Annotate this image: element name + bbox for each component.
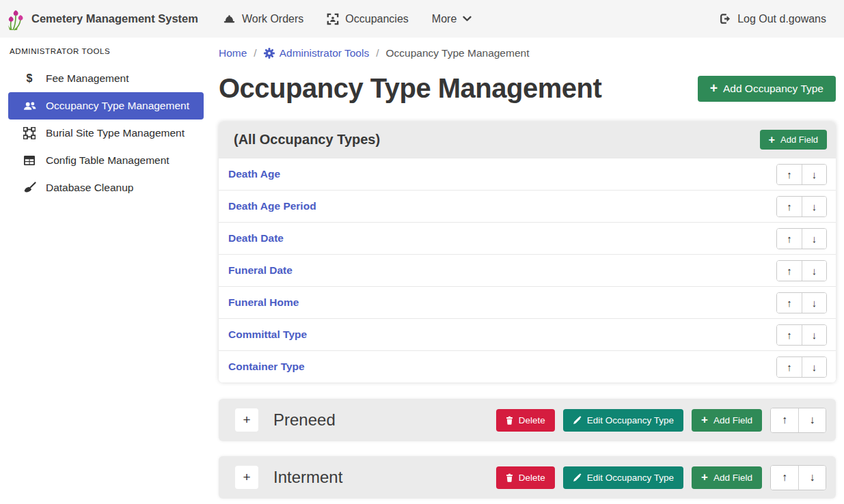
add-field-button[interactable]: + Add Field: [692, 466, 762, 489]
chevron-down-icon: [463, 16, 472, 22]
page-title: Occupancy Type Management: [219, 73, 601, 104]
reorder-button-group: ↑ ↓: [776, 324, 827, 346]
delete-label: Delete: [519, 415, 545, 425]
reorder-button-group: ↑ ↓: [776, 228, 827, 249]
field-row: Death Age ↑ ↓: [219, 158, 836, 190]
sidebar-item-occupancy-type-management[interactable]: Occupancy Type Management: [8, 92, 204, 120]
breadcrumb-current: Occupancy Type Management: [386, 47, 530, 59]
plus-icon: +: [701, 415, 708, 425]
sidebar-item-config-table-management[interactable]: Config Table Management: [8, 147, 204, 174]
top-navbar: Cemetery Management System Work Orders: [0, 0, 844, 38]
nav-more-label: More: [432, 13, 457, 25]
section-title: Preneed: [273, 410, 336, 430]
breadcrumb: Home / Administrator To: [219, 47, 836, 59]
move-up-button[interactable]: ↑: [771, 466, 798, 490]
field-row: Committal Type ↑ ↓: [219, 318, 836, 350]
move-up-button[interactable]: ↑: [771, 408, 798, 432]
add-field-label: Add Field: [780, 135, 818, 145]
tulips-logo-icon: [7, 8, 25, 31]
breadcrumb-separator: /: [376, 47, 379, 59]
table-icon: [22, 155, 37, 166]
move-down-button[interactable]: ↓: [802, 357, 826, 377]
move-up-button[interactable]: ↑: [777, 197, 802, 216]
occupancy-type-section-interment: + Interment Delete: [219, 456, 836, 499]
nav-work-orders-label: Work Orders: [242, 13, 303, 25]
trash-icon: [506, 416, 513, 425]
move-down-button[interactable]: ↓: [802, 261, 826, 281]
occupancy-frame-icon: [327, 13, 339, 25]
logout-label: Log Out d.gowans: [737, 13, 826, 25]
add-field-label: Add Field: [713, 473, 752, 483]
sidebar-item-label: Burial Site Type Management: [46, 127, 185, 139]
move-down-button[interactable]: ↓: [802, 325, 826, 345]
sidebar-item-label: Fee Management: [46, 72, 129, 85]
move-down-button[interactable]: ↓: [802, 293, 826, 313]
field-link-committal-type[interactable]: Committal Type: [228, 328, 307, 341]
vector-square-icon: [22, 127, 37, 139]
add-occupancy-type-button[interactable]: + Add Occupancy Type: [698, 76, 836, 102]
pencil-icon: [573, 473, 582, 482]
move-up-button[interactable]: ↑: [777, 293, 802, 313]
field-link-death-age-period[interactable]: Death Age Period: [228, 200, 316, 212]
expand-button[interactable]: +: [235, 408, 258, 432]
sidebar-item-burial-site-type-management[interactable]: Burial Site Type Management: [8, 120, 204, 147]
edit-occupancy-type-button[interactable]: Edit Occupancy Type: [563, 409, 683, 432]
field-link-death-age[interactable]: Death Age: [228, 168, 280, 180]
move-up-button[interactable]: ↑: [777, 165, 802, 184]
sidebar-item-database-cleanup[interactable]: Database Cleanup: [8, 174, 204, 201]
broom-icon: [22, 182, 37, 194]
dollar-icon: $: [22, 72, 37, 85]
move-up-button[interactable]: ↑: [777, 229, 802, 249]
breadcrumb-home-link[interactable]: Home: [219, 47, 247, 59]
plus-icon: +: [701, 473, 708, 482]
reorder-button-group: ↑ ↓: [776, 164, 827, 185]
sidebar: ADMINISTRATOR TOOLS $ Fee Management Occ…: [0, 38, 212, 504]
main-content: Home / Administrator To: [212, 38, 844, 504]
field-row: Container Type ↑ ↓: [219, 350, 836, 382]
section-actions: Delete Edit Occupancy Type + Add Field: [496, 465, 826, 490]
edit-occupancy-type-label: Edit Occupancy Type: [587, 415, 674, 425]
move-down-button[interactable]: ↓: [802, 229, 826, 249]
move-down-button[interactable]: ↓: [798, 466, 826, 490]
move-up-button[interactable]: ↑: [777, 261, 802, 281]
nav-occupancies[interactable]: Occupancies: [327, 13, 409, 25]
field-row: Death Age Period ↑ ↓: [219, 190, 836, 222]
delete-button[interactable]: Delete: [496, 409, 555, 432]
sidebar-item-fee-management[interactable]: $ Fee Management: [8, 65, 204, 92]
plus-icon: +: [769, 135, 776, 144]
nav-more[interactable]: More: [432, 13, 472, 25]
breadcrumb-admin-tools-link[interactable]: Administrator Tools: [264, 47, 370, 59]
move-down-button[interactable]: ↓: [798, 408, 826, 432]
field-link-container-type[interactable]: Container Type: [228, 361, 305, 373]
app-brand[interactable]: Cemetery Management System: [7, 8, 198, 31]
delete-button[interactable]: Delete: [496, 466, 555, 489]
app-title: Cemetery Management System: [31, 12, 198, 25]
expand-button[interactable]: +: [235, 466, 258, 489]
field-link-funeral-home[interactable]: Funeral Home: [228, 296, 299, 309]
field-link-death-date[interactable]: Death Date: [228, 232, 284, 244]
pencil-icon: [573, 416, 582, 425]
edit-occupancy-type-button[interactable]: Edit Occupancy Type: [563, 466, 683, 489]
field-link-funeral-date[interactable]: Funeral Date: [228, 264, 292, 277]
reorder-button-group: ↑ ↓: [770, 408, 826, 433]
move-up-button[interactable]: ↑: [777, 325, 802, 345]
sign-out-icon: [718, 12, 731, 25]
nav-work-orders[interactable]: Work Orders: [223, 13, 303, 25]
logout-button[interactable]: Log Out d.gowans: [718, 12, 826, 25]
add-field-button[interactable]: + Add Field: [692, 409, 762, 432]
move-up-button[interactable]: ↑: [777, 357, 802, 377]
move-down-button[interactable]: ↓: [802, 165, 826, 184]
reorder-button-group: ↑ ↓: [776, 292, 827, 313]
nav-occupancies-label: Occupancies: [345, 13, 409, 25]
breadcrumb-separator: /: [254, 47, 256, 59]
edit-occupancy-type-label: Edit Occupancy Type: [587, 473, 674, 483]
section-actions: Delete Edit Occupancy Type + Add Field: [496, 408, 826, 433]
delete-label: Delete: [519, 473, 545, 483]
move-down-button[interactable]: ↓: [802, 197, 826, 216]
reorder-button-group: ↑ ↓: [776, 196, 827, 217]
occupancy-type-section-preneed: + Preneed Delete: [219, 399, 836, 441]
field-row: Funeral Date ↑ ↓: [219, 254, 836, 286]
add-field-button[interactable]: + Add Field: [760, 130, 827, 150]
users-icon: [22, 100, 37, 111]
navbar-links: Work Orders Occupancies More: [223, 13, 472, 25]
